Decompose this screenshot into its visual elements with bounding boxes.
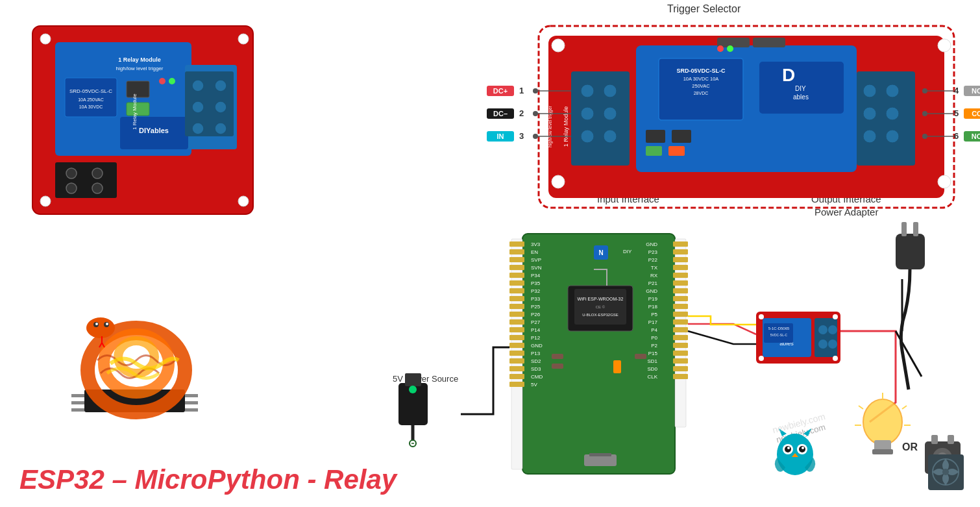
power-adapter — [896, 222, 925, 390]
svg-text:CLK: CLK — [647, 374, 657, 380]
micropython-snake-logo — [71, 317, 198, 412]
svg-rect-122 — [509, 265, 524, 270]
svg-text:P21: P21 — [648, 280, 658, 286]
svg-rect-119 — [509, 241, 524, 247]
svg-point-29 — [159, 78, 165, 84]
svg-point-211 — [818, 325, 827, 334]
svg-text:N: N — [598, 249, 603, 256]
svg-rect-163 — [673, 280, 688, 286]
svg-text:WiFi ESP-WROOM-32: WiFi ESP-WROOM-32 — [578, 297, 624, 301]
svg-rect-132 — [509, 343, 524, 348]
svg-text:P23: P23 — [648, 249, 658, 255]
svg-text:GND: GND — [531, 343, 543, 349]
svg-rect-34 — [71, 401, 84, 404]
svg-point-222 — [833, 314, 838, 319]
svg-rect-36 — [185, 394, 198, 397]
svg-rect-168 — [673, 319, 688, 325]
svg-point-233 — [863, 399, 902, 445]
svg-text:P27: P27 — [531, 319, 541, 325]
svg-text:DC+: DC+ — [493, 87, 508, 95]
svg-text:DIYables: DIYables — [139, 127, 169, 134]
svg-rect-135 — [509, 366, 524, 371]
svg-text:5-1C-D5065: 5-1C-D5065 — [768, 327, 790, 330]
svg-text:P33: P33 — [531, 296, 541, 302]
svg-rect-204 — [613, 360, 621, 373]
svg-text:COM: COM — [972, 110, 980, 117]
svg-text:DIY: DIY — [795, 85, 806, 92]
svg-text:P5: P5 — [651, 312, 657, 317]
svg-rect-133 — [509, 351, 524, 356]
svg-text:28VDC: 28VDC — [694, 91, 709, 95]
relay-module-small: DIY ables 5-1C-D5065 5VDC-SL-C — [756, 312, 840, 364]
svg-text:CE ©: CE © — [596, 305, 606, 309]
svg-rect-171 — [673, 343, 688, 348]
svg-point-23 — [192, 123, 204, 134]
svg-rect-206 — [552, 364, 563, 369]
svg-point-69 — [604, 84, 617, 97]
svg-text:DC–: DC– — [493, 110, 508, 117]
svg-text:P18: P18 — [648, 304, 658, 310]
svg-text:P35: P35 — [531, 280, 541, 286]
svg-point-27 — [238, 34, 249, 44]
svg-rect-125 — [509, 288, 524, 293]
svg-text:newbiely.com: newbiely.com — [771, 411, 826, 435]
esp32-board: 3V3 EN SVP SVN P34 P35 P32 P33 P25 P26 P… — [509, 234, 688, 474]
svg-point-72 — [581, 130, 594, 143]
svg-point-14 — [66, 168, 77, 179]
svg-point-71 — [604, 107, 617, 120]
svg-text:1 Relay Module: 1 Relay Module — [118, 56, 161, 63]
light-bulb — [855, 393, 911, 454]
svg-rect-131 — [509, 335, 524, 340]
svg-point-75 — [863, 84, 876, 97]
svg-text:D: D — [782, 65, 795, 85]
svg-text:P2: P2 — [651, 343, 657, 349]
svg-point-66 — [938, 175, 951, 188]
svg-text:6: 6 — [954, 131, 959, 141]
svg-point-65 — [938, 39, 951, 52]
svg-rect-231 — [901, 222, 907, 236]
svg-rect-13 — [55, 162, 117, 198]
svg-rect-162 — [673, 273, 688, 278]
svg-rect-136 — [509, 374, 524, 379]
svg-text:2: 2 — [519, 108, 524, 118]
svg-rect-121 — [509, 257, 524, 262]
svg-rect-59 — [646, 130, 665, 143]
svg-point-28 — [238, 196, 249, 206]
svg-text:1: 1 — [519, 86, 524, 95]
svg-rect-60 — [672, 130, 691, 143]
svg-rect-225 — [405, 373, 421, 386]
svg-rect-62 — [668, 146, 685, 156]
svg-point-64 — [552, 175, 565, 188]
svg-rect-174 — [673, 366, 688, 371]
svg-text:10A 30VDC: 10A 30VDC — [79, 105, 103, 109]
svg-point-21 — [192, 101, 204, 113]
svg-point-25 — [40, 34, 51, 44]
svg-text:SD3: SD3 — [531, 366, 541, 372]
svg-text:P14: P14 — [531, 327, 541, 333]
svg-text:10A 250VAC: 10A 250VAC — [78, 97, 104, 102]
svg-text:P32: P32 — [531, 288, 541, 294]
relay-module-large: 1 Relay Module high/low level trigger SR… — [32, 26, 253, 214]
svg-rect-84 — [753, 38, 785, 47]
svg-text:5: 5 — [954, 108, 959, 118]
svg-line-237 — [902, 406, 907, 409]
svg-text:P22: P22 — [648, 257, 658, 263]
svg-rect-123 — [509, 273, 524, 278]
svg-text:EN: EN — [531, 249, 538, 255]
svg-point-17 — [92, 183, 103, 193]
svg-rect-210 — [815, 318, 837, 357]
svg-rect-137 — [509, 382, 524, 387]
svg-text:10A 30VDC 10A: 10A 30VDC 10A — [683, 76, 719, 82]
newbiely-logo — [775, 428, 816, 475]
svg-marker-259 — [803, 428, 811, 436]
svg-rect-127 — [509, 304, 524, 309]
svg-text:250VAC: 250VAC — [692, 83, 710, 89]
svg-text:SVN: SVN — [531, 265, 542, 271]
svg-rect-200 — [589, 453, 611, 456]
svg-rect-134 — [509, 358, 524, 364]
relay-diagram-top: SRD-05VDC-SL-C 10A 30VDC 10A 250VAC 28VD… — [487, 26, 980, 208]
svg-point-221 — [759, 356, 764, 361]
svg-rect-120 — [509, 249, 524, 254]
svg-rect-207 — [635, 354, 646, 359]
svg-text:5VDC-SL-C: 5VDC-SL-C — [770, 333, 788, 337]
